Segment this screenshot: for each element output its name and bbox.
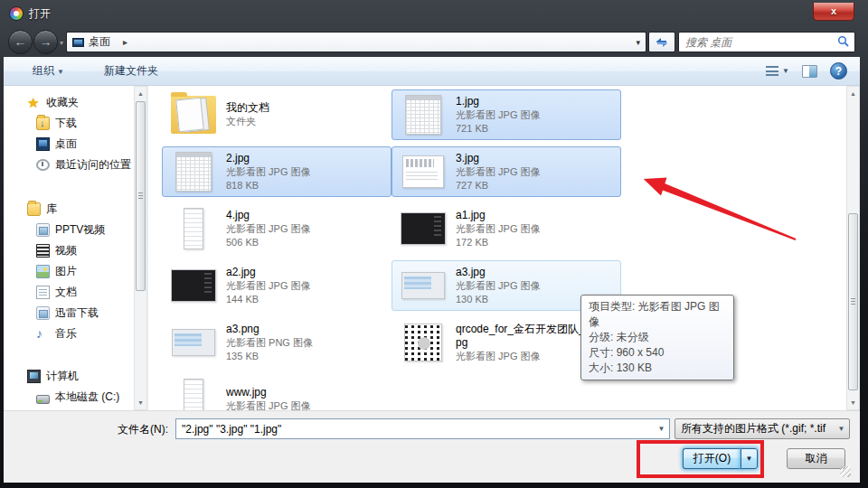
filetype-select[interactable]: 所有支持的图片格式 (*.gif; *.tif ▼ (675, 418, 850, 439)
back-button[interactable]: ← (8, 30, 33, 54)
scroll-down-icon[interactable]: ▼ (847, 396, 859, 409)
download-folder-icon (36, 117, 50, 130)
sidebar-item-downloads[interactable]: 下载 (4, 113, 134, 134)
sidebar-item-local-disk-c[interactable]: 本地磁盘 (C:) (4, 387, 134, 408)
list-item-a1-jpg[interactable]: a1.jpg光影看图 JPG 图像172 KB (392, 203, 621, 254)
pictures-icon (36, 265, 50, 278)
image-thumbnail (175, 152, 212, 192)
close-button[interactable]: x (813, 3, 854, 21)
filename-combo[interactable]: ▼ (175, 418, 670, 439)
scroll-up-icon[interactable]: ▲ (135, 87, 146, 100)
filename-input[interactable] (176, 419, 654, 438)
computer-icon (27, 370, 41, 383)
organize-button[interactable]: 组织▼ (25, 60, 71, 82)
search-box[interactable] (678, 32, 855, 52)
sidebar-item-desktop[interactable]: 桌面 (4, 134, 134, 155)
recent-places-icon (36, 159, 50, 171)
star-icon: ★ (27, 96, 41, 109)
sidebar-item-music[interactable]: ♪音乐 (4, 324, 134, 344)
search-icon (837, 34, 849, 51)
image-thumbnail (184, 208, 203, 249)
chevron-right-icon[interactable]: ▸ (123, 37, 127, 47)
image-thumbnail (402, 155, 444, 188)
resize-grip-icon[interactable] (840, 466, 851, 477)
sidebar-item-pptv-videos[interactable]: PPTV视频 (4, 220, 134, 240)
scroll-down-icon[interactable]: ▼ (135, 396, 146, 409)
app-icon (9, 6, 24, 21)
preview-pane-button[interactable] (802, 65, 817, 78)
desktop-icon (72, 38, 84, 47)
library-icon (36, 223, 50, 237)
image-thumbnail (401, 272, 445, 299)
sidebar-item-libraries[interactable]: 库 (4, 199, 134, 220)
new-folder-button[interactable]: 新建文件夹 (97, 60, 165, 82)
cancel-button[interactable]: 取消 (787, 448, 845, 469)
sidebar-item-documents[interactable]: 文档 (4, 282, 134, 303)
list-item-3-jpg[interactable]: 3.jpg光影看图 JPG 图像727 KB (392, 146, 621, 197)
disk-drive-icon (36, 395, 50, 404)
recent-pages-dropdown-icon[interactable]: ▾ (60, 39, 63, 47)
scrollbar-thumb[interactable] (848, 213, 858, 390)
image-thumbnail (401, 212, 446, 245)
open-split-dropdown[interactable]: ▼ (741, 448, 758, 469)
image-thumbnail (171, 269, 216, 302)
title-bar: 打开 x (0, 0, 868, 27)
filename-label: 文件名(N): (118, 422, 168, 437)
list-item-4-jpg[interactable]: 4.jpg光影看图 JPG 图像506 KB (162, 203, 392, 254)
tooltip-item-type: 项目类型: 光影看图 JPG 图像 (589, 299, 726, 330)
sidebar-item-pictures[interactable]: 图片 (4, 261, 134, 282)
sidebar-scrollbar[interactable]: ▲ ▼ (134, 86, 147, 410)
breadcrumb[interactable]: 桌面 ▸ ▾ (66, 32, 646, 52)
file-list: 我的文档文件夹 1.jpg光影看图 JPG 图像721 KB 2.jpg光影看图… (147, 86, 846, 410)
chevron-down-icon[interactable]: ▼ (654, 419, 669, 438)
tooltip-size: 大小: 130 KB (589, 361, 726, 376)
tooltip-dimensions: 尺寸: 868 x 488 (589, 345, 726, 361)
sidebar-item-recent-places[interactable]: 最近访问的位置 (4, 155, 134, 175)
list-item-2-jpg[interactable]: 2.jpg光影看图 JPG 图像818 KB (162, 146, 392, 197)
change-view-button[interactable]: ▼ (766, 66, 789, 76)
open-file-dialog: 打开 x ← → ▾ 桌面 ▸ ▾ 组织▼ 新建文件夹 ▼ ? (0, 0, 868, 488)
search-input[interactable] (679, 36, 837, 49)
qr-code-thumbnail (404, 324, 442, 361)
refresh-button[interactable] (648, 32, 675, 52)
chevron-down-icon: ▼ (834, 425, 849, 433)
navigation-pane: ★收藏夹 下载 桌面 最近访问的位置 库 PPTV视频 视频 图片 文档 迅雷下… (4, 86, 134, 410)
music-note-icon: ♪ (36, 327, 50, 341)
address-dropdown-icon[interactable]: ▾ (636, 38, 640, 47)
list-item-my-documents[interactable]: 我的文档文件夹 (162, 89, 392, 140)
scrollbar-thumb[interactable] (136, 101, 146, 291)
chevron-down-icon: ▼ (57, 68, 64, 76)
help-button[interactable]: ? (830, 62, 847, 80)
sidebar-item-computer[interactable]: 计算机 (4, 366, 134, 387)
dialog-footer: 文件名(N): ▼ 所有支持的图片格式 (*.gif; *.tif ▼ 打开(O… (4, 410, 860, 483)
sidebar-item-favorites[interactable]: ★收藏夹 (4, 92, 134, 113)
list-item-1-jpg[interactable]: 1.jpg光影看图 JPG 图像721 KB (392, 89, 621, 140)
forward-button[interactable]: → (33, 30, 58, 54)
image-thumbnail (172, 329, 215, 356)
desktop-icon (36, 137, 50, 151)
image-thumbnail (405, 95, 441, 135)
open-button[interactable]: 打开(O) (683, 448, 741, 469)
sidebar-item-thunder-downloads[interactable]: 迅雷下载 (4, 303, 134, 324)
scroll-up-icon[interactable]: ▲ (847, 87, 859, 100)
window-title: 打开 (29, 6, 51, 22)
file-list-scrollbar[interactable]: ▲ ▼ (846, 86, 860, 410)
folder-thumbnail (171, 96, 216, 134)
list-item-a2-jpg[interactable]: a2.jpg光影看图 JPG 图像144 KB (162, 260, 392, 311)
chevron-down-icon: ▼ (782, 67, 789, 75)
refresh-icon (656, 37, 668, 48)
sidebar-item-videos[interactable]: 视频 (4, 240, 134, 261)
breadcrumb-location[interactable]: 桌面 (89, 34, 110, 50)
file-info-tooltip: 项目类型: 光影看图 JPG 图像 分级: 未分级 尺寸: 868 x 488 … (580, 295, 734, 380)
video-icon (36, 244, 50, 258)
library-icon (36, 306, 50, 320)
command-bar: 组织▼ 新建文件夹 ▼ ? (4, 57, 860, 86)
document-icon (36, 286, 50, 299)
tooltip-rating: 分级: 未分级 (589, 330, 726, 345)
list-item-a3-png[interactable]: a3.png光影看图 PNG 图像135 KB (162, 317, 392, 368)
libraries-icon (27, 202, 41, 216)
list-view-icon (766, 66, 778, 76)
